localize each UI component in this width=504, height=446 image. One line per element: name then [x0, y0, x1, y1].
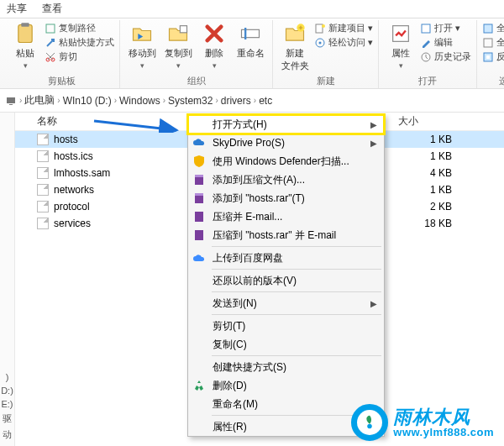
file-icon [37, 167, 49, 179]
crumb-etc[interactable]: etc [259, 95, 272, 107]
ctx-add-rar[interactable]: 添加到 "hosts.rar"(T) [188, 189, 384, 207]
paste-shortcut-button[interactable]: 粘贴快捷方式 [45, 36, 114, 49]
col-size[interactable]: 大小 [398, 114, 465, 129]
group-label-open: 打开 [418, 75, 437, 87]
rename-button[interactable]: 重命名 [234, 22, 267, 60]
col-name[interactable]: 名称 [37, 114, 205, 129]
svg-rect-1 [21, 23, 29, 27]
paste-button[interactable]: 粘贴 ▾ [8, 22, 42, 70]
file-icon [37, 201, 49, 213]
easy-access-button[interactable]: 轻松访问 ▾ [314, 36, 373, 49]
copy-to-icon [166, 22, 190, 45]
ctx-send-to[interactable]: 发送到(N)▶ [188, 294, 384, 312]
file-list-area: 名称 修改日期 类型 大小 hosts 2015-8-26 19:24 文件 1… [15, 113, 504, 446]
ribbon-group-new: 新建 文件夹 新建项目 ▾ 轻松访问 ▾ 新建 [273, 20, 379, 88]
ribbon-tab-bar: 共享 查看 [0, 0, 504, 18]
svg-rect-16 [484, 24, 492, 33]
properties-button[interactable]: 属性▾ [384, 22, 417, 70]
crumb-drive[interactable]: WIn10 (D:) [63, 95, 112, 107]
svg-rect-9 [316, 24, 323, 33]
context-menu: 打开方式(H)▶ SkyDrive Pro(S)▶ 使用 Windows Def… [187, 114, 385, 437]
archive-icon [192, 173, 206, 186]
cloud-icon [192, 136, 206, 150]
ctx-defender[interactable]: 使用 Windows Defender扫描... [188, 152, 384, 171]
crumb-pc[interactable]: 此电脑 [24, 93, 55, 108]
copy-to-button[interactable]: 复制到▾ [161, 22, 195, 70]
paste-shortcut-icon [45, 37, 56, 49]
watermark-logo [351, 404, 388, 441]
tab-view[interactable]: 查看 [42, 2, 62, 16]
breadcrumb[interactable]: › 此电脑› WIn10 (D:)› Windows› System32› dr… [0, 89, 504, 113]
file-icon [37, 218, 49, 229]
archive-icon [192, 192, 206, 205]
group-label-new: 新建 [317, 75, 335, 87]
svg-point-29 [368, 424, 373, 429]
crumb-windows[interactable]: Windows [119, 95, 160, 107]
svg-rect-5 [180, 26, 186, 33]
ribbon-group-open: 属性▾ 打开 ▾ 编辑 历史记录 打开 [379, 20, 477, 88]
ribbon-group-organize: 移动到▾ 复制到▾ 删除▾ 重命名 组织 [120, 20, 273, 88]
move-to-button[interactable]: 移动到▾ [125, 22, 159, 70]
edit-icon [420, 37, 432, 49]
svg-point-12 [319, 41, 322, 44]
svg-rect-28 [195, 230, 203, 240]
crumb-system32[interactable]: System32 [168, 95, 213, 107]
select-none-button[interactable]: 全部取消 [482, 36, 504, 49]
svg-rect-6 [242, 29, 260, 37]
ctx-delete[interactable]: 删除(D) [188, 376, 384, 395]
svg-rect-27 [195, 212, 203, 222]
paste-label: 粘贴 [16, 47, 34, 60]
ribbon-group-clipboard: 粘贴 ▾ 复制路径 粘贴快捷方式 剪切 剪贴板 [3, 20, 120, 88]
delete-button[interactable]: 删除▾ [197, 22, 231, 70]
ctx-skydrive[interactable]: SkyDrive Pro(S)▶ [188, 134, 384, 152]
cut-button[interactable]: 剪切 [45, 50, 114, 63]
svg-rect-0 [18, 25, 32, 43]
new-folder-button[interactable]: 新建 文件夹 [278, 22, 312, 72]
edit-button[interactable]: 编辑 [420, 36, 471, 49]
easy-access-icon [314, 37, 326, 49]
move-to-icon [130, 22, 154, 45]
new-folder-icon [283, 22, 307, 45]
history-button[interactable]: 历史记录 [420, 50, 471, 63]
svg-rect-14 [422, 24, 430, 33]
nav-tree[interactable]: ) D:) E:) 驱 动 [0, 113, 15, 446]
properties-icon [389, 22, 412, 45]
watermark-url: www.ylmf888.com [393, 427, 494, 438]
open-button[interactable]: 打开 ▾ [420, 22, 471, 34]
shield-icon [192, 155, 206, 168]
select-all-button[interactable]: 全部选择 [482, 22, 504, 34]
ctx-cut[interactable]: 剪切(T) [188, 317, 384, 335]
ctx-zip-email[interactable]: 压缩并 E-mail... [188, 207, 384, 226]
copy-path-icon [45, 23, 56, 34]
archive-icon [192, 210, 206, 223]
select-none-icon [482, 37, 494, 49]
copy-path-button[interactable]: 复制路径 [45, 22, 114, 34]
invert-selection-button[interactable]: 反向选择 [482, 50, 504, 63]
new-item-icon [314, 23, 326, 34]
tab-share[interactable]: 共享 [7, 2, 27, 16]
rename-icon [239, 22, 262, 45]
file-icon [37, 150, 49, 162]
svg-rect-21 [9, 104, 13, 105]
ctx-open-with[interactable]: 打开方式(H)▶ [188, 115, 384, 134]
new-item-button[interactable]: 新建项目 ▾ [314, 22, 373, 34]
ctx-restore-prev[interactable]: 还原以前的版本(V) [188, 271, 384, 290]
svg-rect-24 [195, 175, 203, 177]
ribbon: 粘贴 ▾ 复制路径 粘贴快捷方式 剪切 剪贴板 [0, 18, 504, 89]
ctx-baidu-upload[interactable]: 上传到百度网盘 [188, 249, 384, 267]
ctx-create-shortcut[interactable]: 创建快捷方式(S) [188, 358, 384, 376]
recycle-icon [192, 379, 206, 392]
file-icon [37, 184, 49, 196]
file-icon [37, 134, 49, 145]
scissors-icon [45, 51, 56, 63]
select-all-icon [482, 23, 494, 34]
svg-rect-2 [46, 24, 55, 33]
paste-icon [13, 22, 37, 45]
crumb-drivers[interactable]: drivers [221, 95, 251, 107]
ctx-add-zip[interactable]: 添加到压缩文件(A)... [188, 171, 384, 189]
pc-icon [5, 95, 17, 107]
svg-point-10 [322, 24, 325, 28]
cloud-up-icon [192, 251, 206, 265]
ctx-zip-rar-email[interactable]: 压缩到 "hosts.rar" 并 E-mail [188, 226, 384, 244]
ctx-copy[interactable]: 复制(C) [188, 335, 384, 354]
